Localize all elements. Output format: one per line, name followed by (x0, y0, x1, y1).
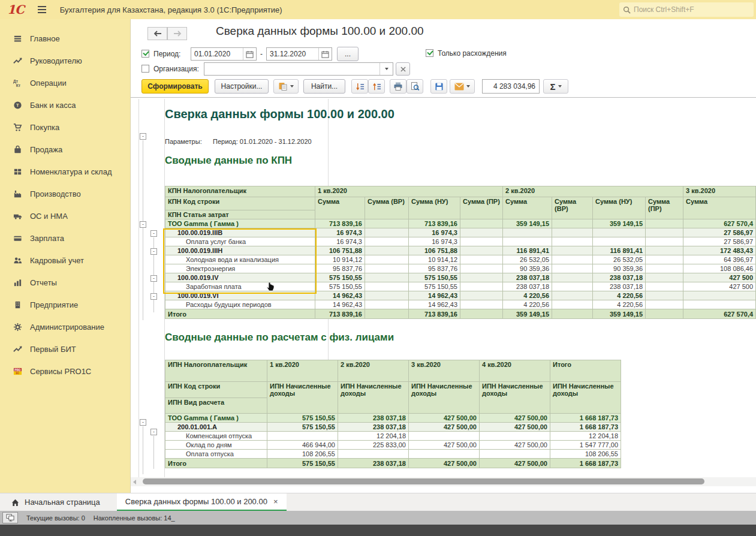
cell-value[interactable] (460, 255, 503, 264)
cell-value[interactable] (365, 291, 409, 300)
cell-value[interactable] (552, 300, 593, 309)
cell-value[interactable] (365, 255, 409, 264)
cell-value[interactable]: 359 149,15 (503, 309, 552, 319)
cell-value[interactable]: 106 751,88 (315, 246, 365, 255)
cell-value[interactable] (338, 450, 409, 459)
cell-value[interactable]: 427 500 (683, 282, 756, 291)
cell-value[interactable]: 16 974,3 (315, 228, 365, 237)
sidebar-item-nomenklatura[interactable]: Номенклатура и склад (0, 161, 130, 183)
cell-value[interactable] (552, 246, 593, 255)
calendar-icon[interactable] (318, 48, 332, 60)
cell-value[interactable]: 12 204,18 (338, 432, 409, 441)
row-label[interactable]: Оплата услуг банка (165, 237, 315, 246)
sigma-button[interactable]: Σ (543, 79, 568, 94)
cell-value[interactable] (552, 219, 593, 228)
row-label[interactable]: 200.01.001.А (165, 423, 267, 432)
tab-report[interactable]: Сверка данных формы 100.00 и 200.00 × (117, 493, 287, 511)
cell-value[interactable]: 238 037,18 (593, 273, 646, 282)
cell-value[interactable]: 90 359,36 (593, 264, 646, 273)
cell-value[interactable]: 108 206,55 (550, 450, 621, 459)
cell-value[interactable] (503, 228, 552, 237)
cell-value[interactable]: 4 220,56 (593, 300, 646, 309)
cell-value[interactable]: 427 500,00 (480, 414, 550, 423)
cell-value[interactable]: 26 532,05 (503, 255, 552, 264)
cell-value[interactable]: 4 220,56 (503, 291, 552, 300)
cell-value[interactable] (460, 291, 503, 300)
cell-value[interactable]: 359 149,15 (503, 219, 552, 228)
cell-value[interactable]: 427 500,00 (409, 423, 480, 432)
cell-value[interactable]: 575 150,55 (409, 282, 460, 291)
column-header[interactable]: Сумма (683, 197, 756, 219)
cell-value[interactable]: 95 837,76 (409, 264, 460, 273)
column-header[interactable]: Сумма (315, 197, 365, 219)
cell-value[interactable] (365, 264, 409, 273)
cell-value[interactable]: 16 974,3 (409, 228, 460, 237)
cell-value[interactable]: 1 547 777,00 (550, 441, 621, 450)
sum-field[interactable]: 4 283 034,96 (482, 79, 540, 94)
row-label[interactable]: 100.00.019.IIIН (165, 246, 315, 255)
expand-groups-button[interactable] (368, 79, 385, 94)
cell-value[interactable]: 427 500,00 (480, 441, 550, 450)
cell-value[interactable]: 713 839,16 (409, 219, 460, 228)
row-label[interactable]: 100.00.019.VI (165, 291, 315, 300)
column-header[interactable]: 3 кв.2020 (409, 360, 480, 382)
date-to-field[interactable]: 31.12.2020 (266, 47, 332, 61)
cell-value[interactable]: 627 570,4 (683, 219, 756, 228)
cell-value[interactable] (480, 450, 550, 459)
cell-value[interactable] (480, 432, 550, 441)
collapse-group-icon[interactable]: - (140, 419, 146, 426)
cell-value[interactable]: 427 500,00 (409, 414, 480, 423)
sidebar-item-bank-kassa[interactable]: Т Банк и касса (0, 94, 130, 116)
cell-value[interactable] (365, 246, 409, 255)
cell-value[interactable] (365, 219, 409, 228)
row-label[interactable]: Заработная плата (165, 282, 315, 291)
generate-button[interactable]: Сформировать (141, 79, 209, 94)
tab-home[interactable]: Начальная страница (2, 493, 109, 511)
column-header[interactable]: ИПН Начисленные доходы (267, 382, 338, 414)
sidebar-item-kadrovyi-uchet[interactable]: Кадровый учет (0, 249, 130, 272)
cell-value[interactable]: 238 037,18 (338, 459, 409, 468)
cell-value[interactable]: 64 396,97 (683, 255, 756, 264)
cell-value[interactable] (365, 300, 409, 309)
cell-value[interactable] (460, 282, 503, 291)
sidebar-item-pokupka[interactable]: Покупка (0, 116, 130, 138)
cell-value[interactable] (646, 219, 683, 228)
column-header[interactable]: 1 кв.2020 (267, 360, 338, 382)
cell-value[interactable] (409, 450, 480, 459)
cell-value[interactable]: 90 359,36 (503, 264, 552, 273)
collapse-group-icon[interactable]: - (150, 230, 157, 237)
cell-value[interactable]: 359 149,15 (593, 309, 646, 319)
cell-value[interactable] (646, 264, 683, 273)
cell-value[interactable]: 1 668 187,73 (550, 423, 621, 432)
column-header[interactable]: ИПН Начисленные доходы (550, 382, 621, 414)
sidebar-item-prodazha[interactable]: Продажа (0, 138, 130, 161)
cell-value[interactable] (267, 432, 338, 441)
cell-value[interactable]: 575 150,55 (267, 423, 338, 432)
cell-value[interactable] (460, 273, 503, 282)
column-header[interactable]: ИПН Начисленные доходы (338, 382, 409, 414)
column-header[interactable]: Сумма (ВР) (365, 197, 409, 219)
cell-value[interactable]: 427 500,00 (409, 441, 480, 450)
cell-value[interactable] (552, 255, 593, 264)
cell-value[interactable]: 713 839,16 (409, 309, 460, 319)
cell-value[interactable]: 16 974,3 (315, 237, 365, 246)
column-header[interactable]: ИПН Код строки (165, 382, 267, 398)
scrollbar-thumb[interactable] (143, 478, 704, 484)
column-header[interactable]: Сумма (ПР) (460, 197, 503, 219)
column-header[interactable]: ИПН Налогоплательщик (165, 360, 267, 382)
column-header[interactable]: 2 кв.2020 (503, 186, 683, 197)
period-checkbox[interactable] (141, 50, 149, 58)
org-clear-button[interactable] (396, 62, 410, 76)
cell-value[interactable] (460, 246, 503, 255)
cell-value[interactable] (552, 264, 593, 273)
cell-value[interactable]: 238 037,18 (338, 423, 409, 432)
cell-value[interactable]: 27 586,97 (683, 237, 756, 246)
close-icon[interactable]: × (273, 497, 278, 506)
save-button[interactable] (430, 79, 447, 94)
cell-value[interactable]: 14 962,43 (409, 300, 460, 309)
cell-value[interactable] (646, 237, 683, 246)
cell-value[interactable] (409, 432, 480, 441)
sidebar-item-administrirovanie[interactable]: Администрирование (0, 316, 130, 338)
cell-value[interactable]: 575 150,55 (267, 459, 338, 468)
column-header[interactable]: ИПН Начисленные доходы (409, 382, 480, 414)
